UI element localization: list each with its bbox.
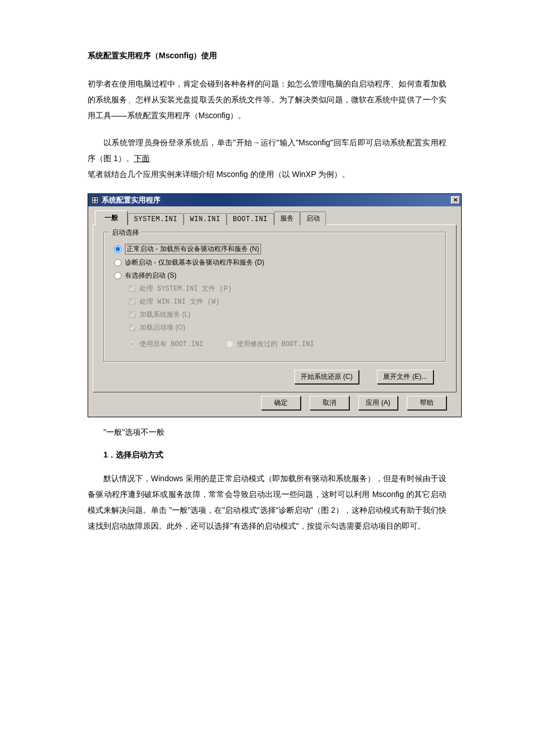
radio-normal-startup[interactable]: 正常启动 - 加载所有设备驱动程序和服务 (N) — [114, 244, 435, 254]
chk-win-ini[interactable]: 处理 WIN.INI 文件 (W) — [129, 297, 435, 306]
radio-mod-boot-label: 使用修改过的 BOOT.INI — [237, 339, 314, 349]
radio-diag-label: 诊断启动 - 仅加载基本设备驱动程序和服务 (D) — [125, 258, 264, 267]
tab-system-ini[interactable]: SYSTEM.INI — [128, 213, 184, 225]
radio-normal-input[interactable] — [114, 245, 121, 253]
tab-win-ini[interactable]: WIN.INI — [184, 213, 227, 225]
cancel-button[interactable]: 取消 — [310, 396, 349, 410]
chk-win-label: 处理 WIN.INI 文件 (W) — [140, 297, 220, 306]
group-legend: 启动选择 — [110, 228, 141, 237]
radio-diag-input[interactable] — [114, 259, 121, 266]
close-button[interactable]: ✕ — [451, 196, 460, 204]
radio-normal-label: 正常启动 - 加载所有设备驱动程序和服务 (N) — [125, 244, 261, 254]
tab-general[interactable]: 一般 — [95, 210, 128, 225]
para2-suffix: 笔者就结合几个应用实例来详细介绍 Msconfig 的使用（以 WinXP 为例… — [88, 170, 350, 179]
svg-rect-2 — [95, 198, 97, 200]
chk-system-label: 处理 SYSTEM.INI 文件 (P) — [140, 284, 232, 293]
chk-win-input[interactable] — [129, 298, 136, 305]
chk-startup-items[interactable]: 加载启动项 (O) — [129, 323, 435, 332]
radio-mod-boot-input[interactable] — [226, 340, 233, 348]
app-icon — [90, 196, 99, 205]
startup-selection-group: 启动选择 正常启动 - 加载所有设备驱动程序和服务 (N) 诊断启动 - 仅加载… — [103, 232, 446, 362]
para2-underline: 下面 — [134, 154, 150, 163]
tab-startup[interactable]: 启动 — [300, 211, 326, 225]
titlebar: 系统配置实用程序 ✕ — [88, 194, 461, 206]
svg-rect-1 — [93, 198, 94, 200]
chk-services[interactable]: 加载系统服务 (L) — [129, 310, 435, 319]
apply-button[interactable]: 应用 (A) — [358, 396, 398, 410]
radio-mod-bootini[interactable]: 使用修改过的 BOOT.INI — [226, 339, 314, 349]
svg-rect-0 — [92, 197, 98, 204]
paragraph-2: 以系统管理员身份登录系统后，单击"开始→运行"输入"Msconfig"回车后即可… — [88, 135, 446, 182]
section-quote: "一般"选项不一般 — [88, 427, 446, 438]
chk-system-ini[interactable]: 处理 SYSTEM.INI 文件 (P) — [129, 284, 435, 293]
dialog-title: 系统配置实用程序 — [102, 196, 451, 205]
tab-strip: 一般 SYSTEM.INI WIN.INI BOOT.INI 服务 启动 — [93, 210, 457, 224]
radio-orig-boot-input[interactable] — [129, 340, 136, 348]
dialog-footer: 确定 取消 应用 (A) 帮助 — [93, 392, 457, 411]
expand-file-button[interactable]: 展开文件 (E)... — [377, 370, 433, 384]
radio-select-label: 有选择的启动 (S) — [125, 271, 176, 280]
radio-orig-boot-label: 使用原有 BOOT.INI — [140, 339, 203, 349]
ok-button[interactable]: 确定 — [261, 396, 301, 410]
radio-select-input[interactable] — [114, 272, 121, 279]
chk-services-label: 加载系统服务 (L) — [140, 310, 190, 319]
svg-rect-4 — [95, 201, 97, 202]
tab-boot-ini[interactable]: BOOT.INI — [227, 213, 274, 225]
chk-system-input[interactable] — [129, 285, 136, 292]
article-title: 系统配置实用程序（Msconfig）使用 — [88, 51, 446, 61]
system-restore-button[interactable]: 开始系统还原 (C) — [294, 370, 359, 384]
radio-selective-startup[interactable]: 有选择的启动 (S) — [114, 271, 435, 280]
msconfig-dialog: 系统配置实用程序 ✕ 一般 SYSTEM.INI WIN.INI BOOT.IN… — [88, 193, 462, 417]
paragraph-1: 初学者在使用电脑过程中，肯定会碰到各种各样的问题：如怎么管理电脑的自启动程序、如… — [88, 76, 446, 123]
paragraph-3: 默认情况下，Windows 采用的是正常启动模式（即加载所有驱动和系统服务），但… — [88, 470, 446, 534]
svg-rect-3 — [93, 201, 94, 202]
chk-services-input[interactable] — [129, 311, 136, 318]
heading-1: 1．选择启动方式 — [88, 450, 446, 460]
help-button[interactable]: 帮助 — [407, 396, 446, 410]
radio-orig-bootini[interactable]: 使用原有 BOOT.INI — [129, 339, 203, 349]
tab-services[interactable]: 服务 — [274, 211, 300, 225]
selective-sub-options: 处理 SYSTEM.INI 文件 (P) 处理 WIN.INI 文件 (W) 加… — [114, 284, 435, 352]
tab-panel-general: 启动选择 正常启动 - 加载所有设备驱动程序和服务 (N) 诊断启动 - 仅加载… — [93, 224, 457, 392]
chk-startup-input[interactable] — [129, 324, 136, 331]
radio-diagnostic-startup[interactable]: 诊断启动 - 仅加载基本设备驱动程序和服务 (D) — [114, 258, 435, 267]
chk-startup-label: 加载启动项 (O) — [140, 323, 185, 332]
